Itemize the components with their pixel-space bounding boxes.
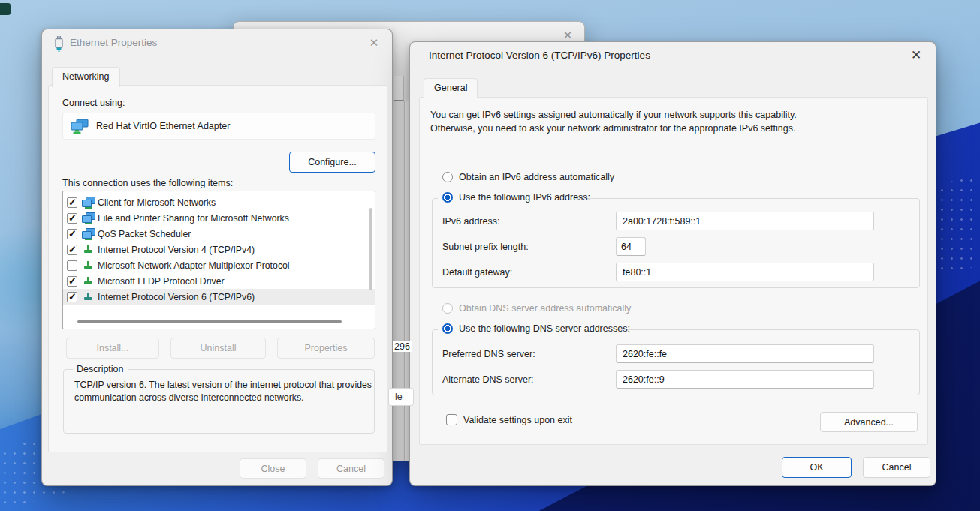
list-item[interactable]: Microsoft Network Adapter Multiplexor Pr… — [63, 257, 375, 273]
item-protocol-icon — [82, 260, 95, 271]
ipv6-tab-page: You can get IPv6 settings assigned autom… — [419, 97, 928, 445]
cancel-button-ipv6[interactable]: Cancel — [863, 457, 930, 478]
item-checkbox[interactable] — [67, 229, 77, 239]
item-protocol-icon — [82, 197, 95, 208]
intro-line-1: You can get IPv6 settings assigned autom… — [430, 108, 915, 122]
item-label: QoS Packet Scheduler — [98, 229, 191, 239]
horizontal-scrollbar-thumb[interactable] — [77, 320, 342, 323]
item-checkbox[interactable] — [67, 260, 77, 271]
wallpaper-teal-square — [0, 3, 11, 15]
list-item[interactable]: Microsoft LLDP Protocol Driver — [63, 273, 375, 289]
item-checkbox[interactable] — [67, 197, 77, 208]
ethernet-plug-icon — [53, 35, 65, 53]
ipv6-dialog-title: Internet Protocol Version 6 (TCP/IPv6) P… — [429, 50, 650, 61]
list-item[interactable]: Client for Microsoft Networks — [63, 194, 375, 210]
background-window-tab-fragment — [394, 76, 404, 101]
item-label: Client for Microsoft Networks — [98, 197, 216, 208]
connection-items-label: This connection uses the following items… — [62, 178, 233, 188]
tab-general[interactable]: General — [424, 78, 478, 98]
preferred-dns-input[interactable] — [616, 344, 874, 363]
adapter-display-box: Red Hat VirtIO Ethernet Adapter — [62, 113, 375, 140]
item-protocol-icon — [82, 291, 95, 302]
ipv6-properties-dialog: Internet Protocol Version 6 (TCP/IPv6) P… — [409, 41, 936, 486]
ethernet-dialog-titlebar[interactable]: Ethernet Properties ✕ — [42, 29, 392, 56]
preferred-dns-label: Preferred DNS server: — [442, 349, 535, 359]
radio-use-dns-label[interactable]: Use the following DNS server addresses: — [459, 323, 630, 334]
ethernet-dialog-close-icon[interactable]: ✕ — [365, 35, 383, 51]
list-item[interactable]: File and Printer Sharing for Microsoft N… — [63, 210, 375, 226]
subnet-prefix-input[interactable] — [616, 237, 646, 256]
cancel-button-ethernet[interactable]: Cancel — [318, 458, 384, 479]
vertical-scrollbar-thumb[interactable] — [369, 208, 372, 290]
ethernet-dialog-title: Ethernet Properties — [70, 37, 157, 48]
subnet-prefix-label: Subnet prefix length: — [442, 242, 529, 252]
background-window-button-fragment[interactable]: le — [388, 388, 414, 406]
item-checkbox[interactable] — [67, 245, 77, 255]
list-item[interactable]: Internet Protocol Version 4 (TCP/IPv4) — [63, 242, 375, 257]
item-protocol-icon — [82, 275, 95, 287]
close-button[interactable]: Close — [240, 458, 306, 479]
alternate-dns-input[interactable] — [616, 370, 874, 389]
properties-button[interactable]: Properties — [277, 338, 375, 359]
list-item[interactable]: QoS Packet Scheduler — [63, 226, 375, 242]
item-checkbox[interactable] — [67, 276, 77, 287]
radio-obtain-dns[interactable] — [442, 303, 453, 314]
item-label: Microsoft Network Adapter Multiplexor Pr… — [98, 260, 290, 271]
ok-button[interactable]: OK — [782, 457, 852, 478]
item-checkbox[interactable] — [67, 292, 77, 302]
ipv6-dialog-close-icon[interactable]: ✕ — [907, 47, 925, 64]
tab-networking[interactable]: Networking — [52, 67, 120, 87]
uninstall-button[interactable]: Uninstall — [170, 338, 266, 359]
description-text: TCP/IP version 6. The latest version of … — [74, 379, 381, 404]
radio-obtain-ipv6-label[interactable]: Obtain an IPv6 address automatically — [459, 172, 614, 182]
connect-using-label: Connect using: — [62, 98, 125, 108]
description-groupbox: Description TCP/IP version 6. The latest… — [63, 369, 375, 434]
radio-obtain-dns-label[interactable]: Obtain DNS server address automatically — [459, 303, 631, 314]
validate-settings-label[interactable]: Validate settings upon exit — [463, 415, 572, 425]
item-protocol-icon — [82, 228, 95, 239]
alternate-dns-label: Alternate DNS server: — [442, 374, 534, 385]
configure-button[interactable]: Configure... — [289, 152, 375, 173]
item-protocol-icon — [82, 244, 95, 255]
ethernet-properties-dialog: Ethernet Properties ✕ Networking Connect… — [41, 29, 393, 486]
connection-items-list[interactable]: Client for Microsoft Networks File and P… — [62, 191, 375, 329]
desktop: ✕ 296 le Ethernet Properties ✕ Networkin… — [0, 0, 980, 511]
default-gateway-input[interactable] — [616, 263, 874, 281]
item-protocol-icon — [82, 212, 95, 224]
default-gateway-label: Default gateway: — [442, 267, 512, 278]
ipv6-intro-text: You can get IPv6 settings assigned autom… — [430, 108, 915, 135]
background-window-number-fragment: 296 — [393, 341, 412, 352]
item-label: Internet Protocol Version 6 (TCP/IPv6) — [98, 292, 255, 302]
network-adapter-icon — [70, 119, 89, 135]
list-item[interactable]: Internet Protocol Version 6 (TCP/IPv6) — [63, 289, 375, 305]
radio-use-ipv6[interactable] — [442, 192, 453, 203]
ipv6-dialog-titlebar[interactable]: Internet Protocol Version 6 (TCP/IPv6) P… — [410, 42, 936, 69]
install-button[interactable]: Install... — [66, 338, 159, 359]
item-label: Internet Protocol Version 4 (TCP/IPv4) — [98, 245, 255, 255]
description-label: Description — [73, 364, 128, 374]
item-label: Microsoft LLDP Protocol Driver — [98, 276, 225, 287]
ipv6-address-label: IPv6 address: — [442, 216, 499, 227]
advanced-button[interactable]: Advanced... — [820, 412, 918, 432]
intro-line-2: Otherwise, you need to ask your network … — [430, 122, 915, 135]
item-label: File and Printer Sharing for Microsoft N… — [98, 213, 289, 224]
adapter-name: Red Hat VirtIO Ethernet Adapter — [96, 121, 230, 131]
item-checkbox[interactable] — [67, 213, 77, 224]
validate-settings-checkbox[interactable] — [446, 414, 457, 425]
ethernet-tab-page: Connect using: Red Hat VirtIO Ethernet A… — [48, 85, 387, 452]
radio-use-ipv6-label[interactable]: Use the following IPv6 address: — [459, 192, 590, 203]
radio-use-dns[interactable] — [442, 323, 453, 334]
radio-obtain-ipv6[interactable] — [442, 172, 453, 182]
ipv6-address-input[interactable] — [616, 212, 874, 230]
